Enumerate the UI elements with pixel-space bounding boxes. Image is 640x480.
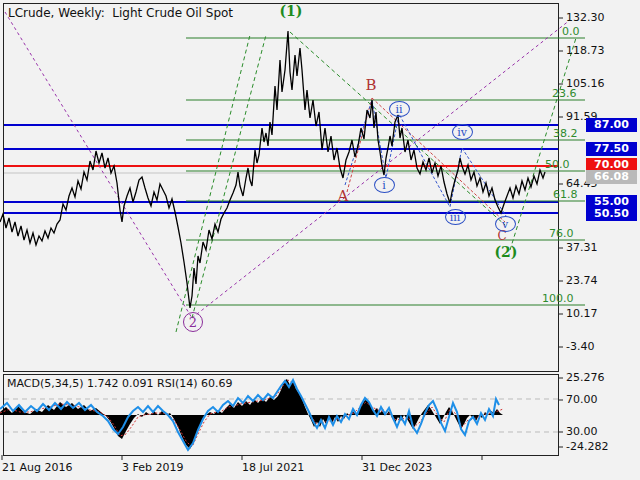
price-badge-77-50: 77.50: [586, 142, 637, 156]
price-badge-70-00: 70.00: [586, 158, 637, 172]
y-axis-tick-label: 118.73: [566, 44, 605, 57]
y-axis-tick-label: -3.40: [566, 340, 594, 353]
indicator-values-label: MACD(5,34,5) 1.742 0.091 RSI(14) 60.69: [7, 377, 232, 390]
y-axis-tick-label: 25.276: [566, 371, 605, 384]
y-axis-tick-label: 70.00: [566, 393, 598, 406]
price-chart-panel[interactable]: [3, 3, 559, 372]
x-axis-date-label: 21 Aug 2016: [2, 461, 72, 474]
y-axis-tick-label: 91.59: [566, 110, 598, 123]
x-axis-date-label: 18 Jul 2021: [242, 461, 304, 474]
y-axis-tick-label: -24.282: [566, 440, 608, 453]
y-axis-tick-label: 10.17: [566, 307, 598, 320]
trading-chart-window: { "header": {"title": "LCrude, Weekly: L…: [0, 0, 640, 480]
y-axis-tick-label: 37.31: [566, 241, 598, 254]
price-badge-66-08: 66.08: [586, 170, 637, 184]
chart-title: LCrude, Weekly: Light Crude Oil Spot: [8, 6, 233, 20]
y-axis-tick-label: 105.16: [566, 77, 605, 90]
y-axis-tick-label: 64.45: [566, 177, 598, 190]
y-axis-tick-label: 132.30: [566, 11, 605, 24]
y-axis-tick-label: 23.74: [566, 274, 598, 287]
price-badge-50-50: 50.50: [586, 207, 637, 221]
fib-level-label: 0.0: [562, 26, 580, 38]
x-axis-date-label: 3 Feb 2019: [122, 461, 183, 474]
y-axis-tick-label: 30.00: [566, 425, 598, 438]
price-badge-55-00: 55.00: [586, 195, 637, 209]
x-axis-date-label: 31 Dec 2023: [362, 461, 432, 474]
price-badge-87-00: 87.00: [586, 118, 637, 132]
